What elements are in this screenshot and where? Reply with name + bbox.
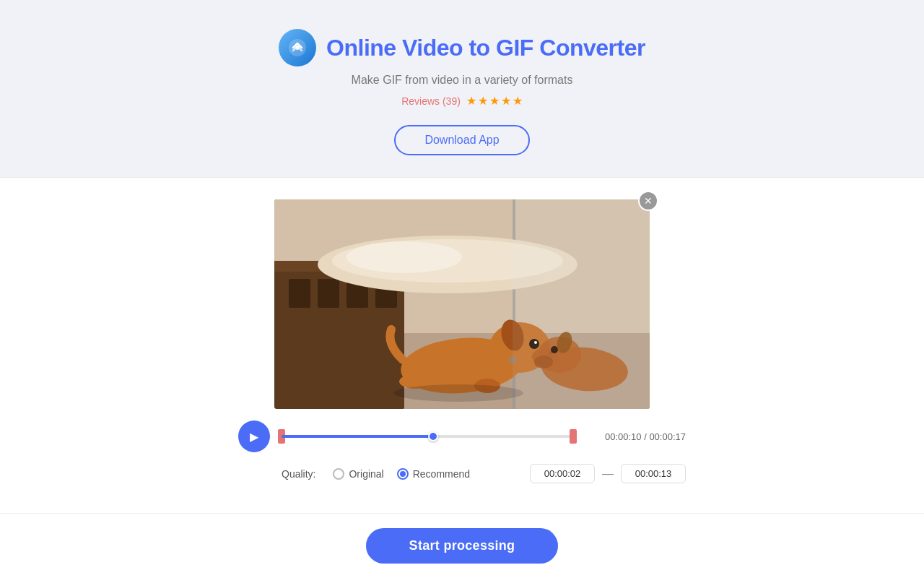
timeline-track[interactable] <box>282 435 573 438</box>
reviews-link[interactable]: Reviews (39) <box>401 95 461 107</box>
quality-original-label: Original <box>349 468 383 480</box>
svg-rect-6 <box>289 279 310 308</box>
end-time-input[interactable] <box>621 464 686 483</box>
star-4: ★ <box>501 94 511 108</box>
close-button[interactable]: ✕ <box>638 191 658 211</box>
svg-point-29 <box>393 384 523 402</box>
stars-container: ★ ★ ★ ★ ★ <box>466 94 523 108</box>
quality-label: Quality: <box>282 468 315 480</box>
main-panel: ✕ ▶ 00:00:10 / 00:00:17 Quality: Origina… <box>0 177 924 513</box>
time-inputs: — <box>530 464 686 483</box>
video-wrapper: ✕ <box>274 199 650 409</box>
timeline-scrubber[interactable] <box>428 431 438 441</box>
radio-dot <box>400 471 406 477</box>
quality-original-radio[interactable] <box>333 468 344 480</box>
svg-rect-31 <box>513 199 650 409</box>
star-2: ★ <box>478 94 488 108</box>
logo-icon <box>287 38 308 58</box>
svg-rect-7 <box>318 279 339 308</box>
quality-original-option[interactable]: Original <box>333 468 383 480</box>
range-handle-right[interactable] <box>570 429 577 444</box>
quality-recommend-radio[interactable] <box>397 468 409 480</box>
app-logo <box>279 29 316 66</box>
video-thumbnail <box>274 199 650 409</box>
quality-recommend-option[interactable]: Recommend <box>397 468 470 480</box>
svg-point-14 <box>346 241 462 273</box>
timeline-filled <box>282 435 433 438</box>
star-5: ★ <box>513 94 523 108</box>
video-container <box>274 199 650 409</box>
play-button[interactable]: ▶ <box>238 420 270 452</box>
subtitle: Make GIF from video in a variety of form… <box>352 74 573 87</box>
close-icon: ✕ <box>644 196 653 206</box>
timeline-container[interactable] <box>282 423 573 449</box>
quality-row: Quality: Original Recommend — <box>238 464 686 483</box>
title-row: Online Video to GIF Converter <box>279 29 645 66</box>
start-processing-button[interactable]: Start processing <box>366 528 559 564</box>
bottom-bar: Start processing <box>0 513 924 578</box>
quality-recommend-label: Recommend <box>413 468 470 480</box>
header-section: Online Video to GIF Converter Make GIF f… <box>0 0 924 177</box>
time-separator: — <box>602 467 614 480</box>
svg-point-1 <box>295 46 300 50</box>
star-3: ★ <box>489 94 500 108</box>
download-app-button[interactable]: Download App <box>394 125 529 155</box>
quality-radio-group: Original Recommend <box>333 468 470 480</box>
start-time-input[interactable] <box>530 464 595 483</box>
reviews-row: Reviews (39) ★ ★ ★ ★ ★ <box>401 94 523 108</box>
star-1: ★ <box>466 94 476 108</box>
play-icon: ▶ <box>250 430 258 444</box>
time-display: 00:00:10 / 00:00:17 <box>585 431 686 442</box>
controls-row: ▶ 00:00:10 / 00:00:17 <box>238 420 686 452</box>
app-title: Online Video to GIF Converter <box>326 35 645 61</box>
